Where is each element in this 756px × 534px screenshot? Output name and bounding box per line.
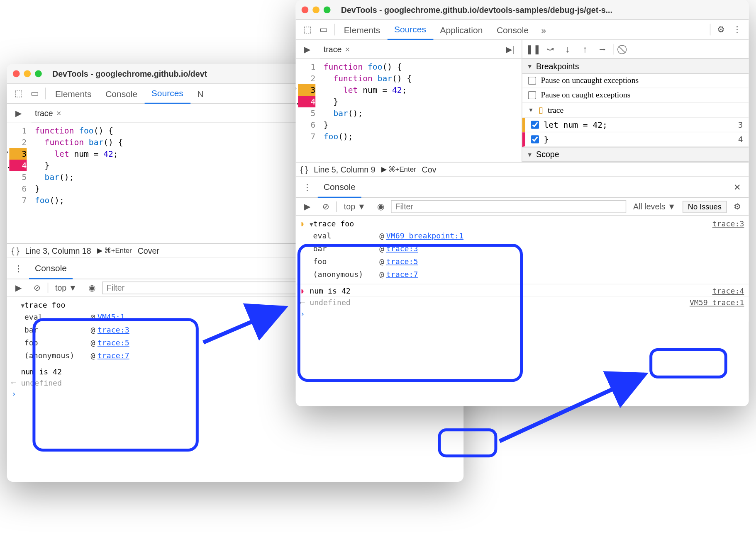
close-icon[interactable] xyxy=(302,6,309,13)
device-icon[interactable]: ▭ xyxy=(315,22,332,38)
breakpoint-item[interactable]: }4 xyxy=(522,132,749,147)
code-editor[interactable]: 1234567 function foo() { function bar() … xyxy=(296,58,522,144)
show-sidebar-icon[interactable]: ▶ xyxy=(10,280,27,296)
tab-application[interactable]: Application xyxy=(433,19,490,40)
tab-more[interactable]: N xyxy=(190,83,211,104)
breakpoint-group[interactable]: ▼▯trace xyxy=(522,103,749,118)
return-icon: ⟵ xyxy=(300,299,310,307)
minimize-icon[interactable] xyxy=(24,70,31,77)
context-selector[interactable]: top ▼ xyxy=(339,201,371,212)
maximize-icon[interactable] xyxy=(35,70,42,77)
tab-elements[interactable]: Elements xyxy=(48,83,98,104)
close-tab-icon[interactable]: × xyxy=(345,44,350,53)
coverage-label[interactable]: Cover xyxy=(138,246,159,255)
tab-elements[interactable]: Elements xyxy=(337,19,387,40)
console-prompt[interactable]: › xyxy=(296,308,749,319)
close-tab-icon[interactable]: × xyxy=(56,108,61,117)
console-output[interactable]: ◗▼trace footrace:3 eval@ VM69 breakpoint… xyxy=(296,216,749,322)
svg-line-0 xyxy=(203,308,285,342)
tab-console[interactable]: Console xyxy=(98,83,144,104)
pretty-print-icon[interactable]: { } xyxy=(12,246,20,255)
breakpoint-item[interactable]: let num = 42;3 xyxy=(522,118,749,132)
filter-input[interactable] xyxy=(391,200,627,213)
debugger-sidebar: ❚❚ ⤻ ↓ ↑ → ⃠ ▼Breakpoints Pause on uncau… xyxy=(522,40,749,162)
stack-fn: (anonymous) xyxy=(313,269,377,278)
close-icon[interactable] xyxy=(13,70,20,77)
stack-link[interactable]: trace:7 xyxy=(98,351,129,359)
inspect-icon[interactable]: ⬚ xyxy=(299,22,315,38)
issues-button[interactable]: No Issues xyxy=(683,201,727,213)
deactivate-breakpoints-icon[interactable]: ⃠ xyxy=(617,44,631,54)
console-tab[interactable]: Console xyxy=(318,177,361,197)
log-source-link[interactable]: trace:4 xyxy=(712,287,744,296)
run-snippet[interactable]: ▶ ⌘+Enter xyxy=(97,247,132,255)
console-tab[interactable]: Console xyxy=(29,258,73,279)
run-snippet[interactable]: ▶ ⌘+Enter xyxy=(381,165,416,174)
file-tab[interactable]: trace × xyxy=(319,44,355,53)
context-selector[interactable]: top ▼ xyxy=(51,282,82,294)
stack-fn: eval xyxy=(24,313,88,321)
pretty-print-icon[interactable]: { } xyxy=(300,165,308,174)
log-levels[interactable]: All levels ▼ xyxy=(629,201,680,212)
step-over-icon[interactable]: ⤻ xyxy=(543,44,557,55)
stack-fn: eval xyxy=(313,231,377,240)
drawer-menu-icon[interactable]: ⋮ xyxy=(10,260,27,277)
minimize-icon[interactable] xyxy=(312,6,319,13)
stack-link[interactable]: trace:5 xyxy=(386,257,418,266)
pause-uncaught-checkbox[interactable]: Pause on uncaught exceptions xyxy=(522,74,749,88)
log-source-link[interactable]: trace:3 xyxy=(712,219,744,228)
drawer-menu-icon[interactable]: ⋮ xyxy=(299,179,315,195)
file-tab-name: trace xyxy=(35,108,53,117)
show-navigator-icon[interactable]: ▶ xyxy=(299,41,315,57)
breakpoints-section[interactable]: ▼Breakpoints xyxy=(522,58,749,73)
tab-console[interactable]: Console xyxy=(490,19,536,40)
live-expression-icon[interactable]: ◉ xyxy=(84,280,100,296)
code-body[interactable]: function foo() { function bar() { let nu… xyxy=(32,122,127,208)
step-icon[interactable]: → xyxy=(595,44,610,54)
annotation-arrow xyxy=(203,302,296,351)
file-tab-name: trace xyxy=(324,44,342,53)
show-sidebar-icon[interactable]: ▶ xyxy=(299,199,315,215)
stack-fn: foo xyxy=(313,257,377,266)
code-body[interactable]: function foo() { function bar() { let nu… xyxy=(320,58,415,144)
file-tab[interactable]: trace × xyxy=(30,108,66,117)
more-tabs-icon[interactable]: ▶| xyxy=(502,41,518,57)
close-drawer-icon[interactable]: ✕ xyxy=(729,179,745,195)
maximize-icon[interactable] xyxy=(324,6,331,13)
step-out-icon[interactable]: ↑ xyxy=(578,44,592,54)
inspect-icon[interactable]: ⬚ xyxy=(10,85,27,102)
pause-icon[interactable]: ❚❚ xyxy=(526,44,540,55)
stack-link[interactable]: VM69 breakpoint:1 xyxy=(386,231,463,240)
more-tabs-icon[interactable]: » xyxy=(536,22,552,38)
line-gutter[interactable]: 1234567 xyxy=(7,122,32,208)
stack-link[interactable]: VM45:1 xyxy=(98,313,125,321)
clear-console-icon[interactable]: ⊘ xyxy=(318,199,334,215)
devtools-window-2: DevTools - googlechrome.github.io/devtoo… xyxy=(296,0,749,406)
tab-sources[interactable]: Sources xyxy=(387,19,433,40)
line-gutter[interactable]: 1234567 xyxy=(296,58,320,144)
scope-section[interactable]: ▼Scope xyxy=(522,147,749,162)
stack-fn: foo xyxy=(24,338,88,347)
device-icon[interactable]: ▭ xyxy=(27,85,43,102)
stack-fn: (anonymous) xyxy=(24,351,88,359)
editor-toolbar: ▶ trace × ▶| xyxy=(296,40,522,59)
tab-sources[interactable]: Sources xyxy=(144,83,190,104)
stack-link[interactable]: trace:3 xyxy=(386,244,418,253)
live-expression-icon[interactable]: ◉ xyxy=(373,199,389,215)
step-into-icon[interactable]: ↓ xyxy=(561,44,575,54)
pause-caught-checkbox[interactable]: Pause on caught exceptions xyxy=(522,88,749,103)
settings-icon[interactable]: ⚙ xyxy=(713,22,729,38)
console-toolbar: ▶ ⊘ top ▼ ◉ All levels ▼ No Issues ⚙ xyxy=(296,197,749,216)
clear-console-icon[interactable]: ⊘ xyxy=(29,280,45,296)
log-source-link[interactable]: VM59 trace:1 xyxy=(690,299,744,307)
kebab-icon[interactable]: ⋮ xyxy=(729,22,745,38)
window-controls xyxy=(302,6,331,13)
stack-link[interactable]: trace:5 xyxy=(98,338,129,347)
stack-link[interactable]: trace:7 xyxy=(386,269,418,278)
titlebar[interactable]: DevTools - googlechrome.github.io/devtoo… xyxy=(296,0,749,20)
stack-link[interactable]: trace:3 xyxy=(98,325,129,334)
show-navigator-icon[interactable]: ▶ xyxy=(10,105,27,121)
console-settings-icon[interactable]: ⚙ xyxy=(729,199,745,215)
coverage-label[interactable]: Cov xyxy=(422,165,437,174)
window-title: DevTools - googlechrome.github.io/devtoo… xyxy=(341,5,612,14)
